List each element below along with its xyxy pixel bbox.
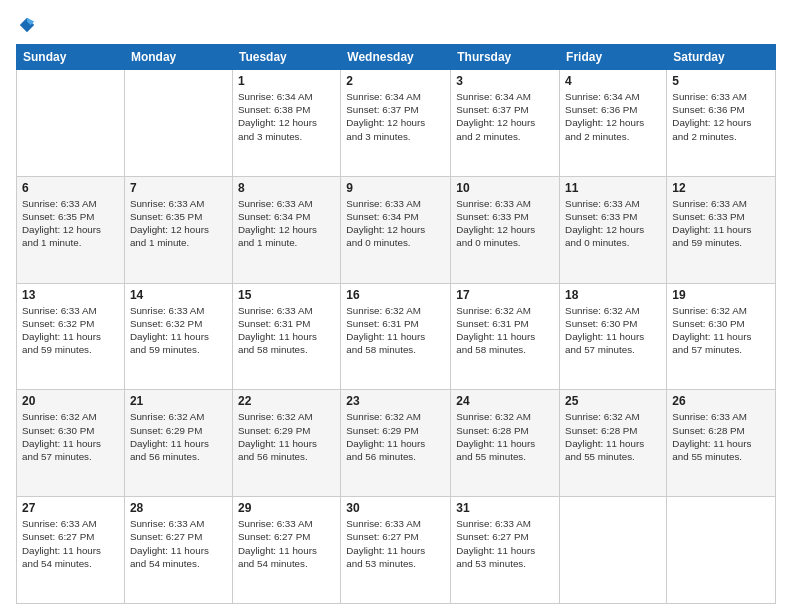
day-info: Sunrise: 6:34 AM Sunset: 6:38 PM Dayligh… <box>238 90 335 143</box>
calendar-week-row: 13Sunrise: 6:33 AM Sunset: 6:32 PM Dayli… <box>17 283 776 390</box>
calendar-cell: 11Sunrise: 6:33 AM Sunset: 6:33 PM Dayli… <box>560 176 667 283</box>
day-of-week-header: Wednesday <box>341 45 451 70</box>
day-number: 8 <box>238 181 335 195</box>
calendar-cell: 6Sunrise: 6:33 AM Sunset: 6:35 PM Daylig… <box>17 176 125 283</box>
day-info: Sunrise: 6:32 AM Sunset: 6:30 PM Dayligh… <box>672 304 770 357</box>
day-info: Sunrise: 6:33 AM Sunset: 6:27 PM Dayligh… <box>456 517 554 570</box>
day-number: 31 <box>456 501 554 515</box>
day-info: Sunrise: 6:33 AM Sunset: 6:31 PM Dayligh… <box>238 304 335 357</box>
day-of-week-header: Friday <box>560 45 667 70</box>
calendar-table: SundayMondayTuesdayWednesdayThursdayFrid… <box>16 44 776 604</box>
day-info: Sunrise: 6:32 AM Sunset: 6:31 PM Dayligh… <box>346 304 445 357</box>
calendar-cell: 31Sunrise: 6:33 AM Sunset: 6:27 PM Dayli… <box>451 497 560 604</box>
day-of-week-header: Saturday <box>667 45 776 70</box>
calendar-week-row: 6Sunrise: 6:33 AM Sunset: 6:35 PM Daylig… <box>17 176 776 283</box>
calendar-cell: 14Sunrise: 6:33 AM Sunset: 6:32 PM Dayli… <box>124 283 232 390</box>
day-number: 21 <box>130 394 227 408</box>
calendar-cell: 24Sunrise: 6:32 AM Sunset: 6:28 PM Dayli… <box>451 390 560 497</box>
day-info: Sunrise: 6:33 AM Sunset: 6:27 PM Dayligh… <box>238 517 335 570</box>
calendar-cell: 8Sunrise: 6:33 AM Sunset: 6:34 PM Daylig… <box>232 176 340 283</box>
calendar-week-row: 27Sunrise: 6:33 AM Sunset: 6:27 PM Dayli… <box>17 497 776 604</box>
day-info: Sunrise: 6:32 AM Sunset: 6:30 PM Dayligh… <box>565 304 661 357</box>
day-number: 30 <box>346 501 445 515</box>
day-number: 10 <box>456 181 554 195</box>
calendar-cell: 22Sunrise: 6:32 AM Sunset: 6:29 PM Dayli… <box>232 390 340 497</box>
calendar-cell <box>560 497 667 604</box>
day-info: Sunrise: 6:32 AM Sunset: 6:28 PM Dayligh… <box>565 410 661 463</box>
calendar-cell: 26Sunrise: 6:33 AM Sunset: 6:28 PM Dayli… <box>667 390 776 497</box>
day-number: 12 <box>672 181 770 195</box>
day-number: 5 <box>672 74 770 88</box>
day-number: 25 <box>565 394 661 408</box>
calendar-cell: 3Sunrise: 6:34 AM Sunset: 6:37 PM Daylig… <box>451 70 560 177</box>
day-info: Sunrise: 6:33 AM Sunset: 6:36 PM Dayligh… <box>672 90 770 143</box>
calendar-cell: 1Sunrise: 6:34 AM Sunset: 6:38 PM Daylig… <box>232 70 340 177</box>
day-number: 6 <box>22 181 119 195</box>
day-number: 1 <box>238 74 335 88</box>
day-number: 28 <box>130 501 227 515</box>
day-number: 17 <box>456 288 554 302</box>
calendar-cell: 9Sunrise: 6:33 AM Sunset: 6:34 PM Daylig… <box>341 176 451 283</box>
day-info: Sunrise: 6:34 AM Sunset: 6:37 PM Dayligh… <box>456 90 554 143</box>
day-number: 16 <box>346 288 445 302</box>
day-info: Sunrise: 6:33 AM Sunset: 6:35 PM Dayligh… <box>130 197 227 250</box>
day-info: Sunrise: 6:33 AM Sunset: 6:34 PM Dayligh… <box>346 197 445 250</box>
day-info: Sunrise: 6:32 AM Sunset: 6:31 PM Dayligh… <box>456 304 554 357</box>
calendar-cell: 27Sunrise: 6:33 AM Sunset: 6:27 PM Dayli… <box>17 497 125 604</box>
day-number: 22 <box>238 394 335 408</box>
calendar-cell <box>667 497 776 604</box>
day-number: 11 <box>565 181 661 195</box>
day-info: Sunrise: 6:33 AM Sunset: 6:35 PM Dayligh… <box>22 197 119 250</box>
calendar-cell: 21Sunrise: 6:32 AM Sunset: 6:29 PM Dayli… <box>124 390 232 497</box>
calendar-cell: 2Sunrise: 6:34 AM Sunset: 6:37 PM Daylig… <box>341 70 451 177</box>
logo-text <box>16 16 36 34</box>
day-number: 27 <box>22 501 119 515</box>
calendar-cell: 19Sunrise: 6:32 AM Sunset: 6:30 PM Dayli… <box>667 283 776 390</box>
calendar-cell <box>17 70 125 177</box>
calendar-cell: 20Sunrise: 6:32 AM Sunset: 6:30 PM Dayli… <box>17 390 125 497</box>
page-container: SundayMondayTuesdayWednesdayThursdayFrid… <box>0 0 792 612</box>
header-row: SundayMondayTuesdayWednesdayThursdayFrid… <box>17 45 776 70</box>
calendar-cell: 15Sunrise: 6:33 AM Sunset: 6:31 PM Dayli… <box>232 283 340 390</box>
day-of-week-header: Sunday <box>17 45 125 70</box>
calendar-cell: 13Sunrise: 6:33 AM Sunset: 6:32 PM Dayli… <box>17 283 125 390</box>
calendar-cell: 4Sunrise: 6:34 AM Sunset: 6:36 PM Daylig… <box>560 70 667 177</box>
day-number: 13 <box>22 288 119 302</box>
calendar-week-row: 1Sunrise: 6:34 AM Sunset: 6:38 PM Daylig… <box>17 70 776 177</box>
calendar-cell: 5Sunrise: 6:33 AM Sunset: 6:36 PM Daylig… <box>667 70 776 177</box>
day-info: Sunrise: 6:34 AM Sunset: 6:36 PM Dayligh… <box>565 90 661 143</box>
day-info: Sunrise: 6:33 AM Sunset: 6:27 PM Dayligh… <box>346 517 445 570</box>
day-number: 9 <box>346 181 445 195</box>
day-number: 19 <box>672 288 770 302</box>
header <box>16 16 776 34</box>
day-number: 7 <box>130 181 227 195</box>
logo <box>16 16 36 34</box>
day-of-week-header: Thursday <box>451 45 560 70</box>
day-number: 3 <box>456 74 554 88</box>
day-number: 15 <box>238 288 335 302</box>
calendar-cell: 16Sunrise: 6:32 AM Sunset: 6:31 PM Dayli… <box>341 283 451 390</box>
calendar-cell: 29Sunrise: 6:33 AM Sunset: 6:27 PM Dayli… <box>232 497 340 604</box>
day-info: Sunrise: 6:33 AM Sunset: 6:32 PM Dayligh… <box>22 304 119 357</box>
calendar-cell: 12Sunrise: 6:33 AM Sunset: 6:33 PM Dayli… <box>667 176 776 283</box>
day-number: 29 <box>238 501 335 515</box>
day-info: Sunrise: 6:32 AM Sunset: 6:28 PM Dayligh… <box>456 410 554 463</box>
day-info: Sunrise: 6:32 AM Sunset: 6:29 PM Dayligh… <box>130 410 227 463</box>
calendar-cell: 10Sunrise: 6:33 AM Sunset: 6:33 PM Dayli… <box>451 176 560 283</box>
day-info: Sunrise: 6:33 AM Sunset: 6:32 PM Dayligh… <box>130 304 227 357</box>
day-number: 24 <box>456 394 554 408</box>
calendar-week-row: 20Sunrise: 6:32 AM Sunset: 6:30 PM Dayli… <box>17 390 776 497</box>
day-info: Sunrise: 6:34 AM Sunset: 6:37 PM Dayligh… <box>346 90 445 143</box>
day-info: Sunrise: 6:33 AM Sunset: 6:27 PM Dayligh… <box>130 517 227 570</box>
day-info: Sunrise: 6:33 AM Sunset: 6:33 PM Dayligh… <box>672 197 770 250</box>
calendar-cell <box>124 70 232 177</box>
day-info: Sunrise: 6:33 AM Sunset: 6:28 PM Dayligh… <box>672 410 770 463</box>
day-of-week-header: Tuesday <box>232 45 340 70</box>
day-info: Sunrise: 6:32 AM Sunset: 6:29 PM Dayligh… <box>346 410 445 463</box>
day-number: 18 <box>565 288 661 302</box>
calendar-cell: 7Sunrise: 6:33 AM Sunset: 6:35 PM Daylig… <box>124 176 232 283</box>
day-info: Sunrise: 6:32 AM Sunset: 6:29 PM Dayligh… <box>238 410 335 463</box>
logo-icon <box>18 16 36 34</box>
calendar-cell: 25Sunrise: 6:32 AM Sunset: 6:28 PM Dayli… <box>560 390 667 497</box>
day-info: Sunrise: 6:33 AM Sunset: 6:33 PM Dayligh… <box>456 197 554 250</box>
